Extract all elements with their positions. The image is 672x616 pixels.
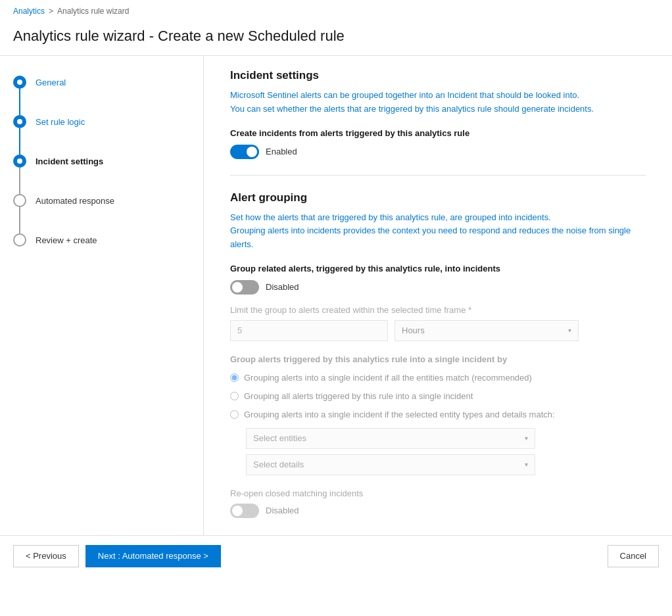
main-container: General Set rule logic — [0, 55, 672, 535]
create-incidents-toggle-row: Enabled — [230, 145, 646, 159]
next-button[interactable]: Next : Automated response > — [85, 545, 221, 567]
step-circle-inner-incident-settings — [17, 158, 22, 164]
grouping-options-section: Group alerts triggered by this analytics… — [230, 354, 646, 475]
incident-settings-title: Incident settings — [230, 69, 646, 82]
group-related-toggle-row: Disabled — [230, 280, 646, 295]
alert-grouping-title: Alert grouping — [230, 191, 646, 204]
step-line-general — [19, 89, 20, 115]
select-details-dropdown[interactable]: Select details ▾ — [246, 454, 535, 475]
time-frame-unit-select[interactable]: Hours ▾ — [395, 320, 579, 341]
step-label-incident-settings[interactable]: Incident settings — [36, 154, 103, 181]
select-details-placeholder: Select details — [253, 460, 304, 469]
breadcrumb: Analytics > Analytics rule wizard — [0, 0, 672, 22]
grouping-by-label: Group alerts triggered by this analytics… — [230, 354, 646, 364]
radio-option-all-entities[interactable]: Grouping alerts into a single incident i… — [230, 372, 646, 384]
create-incidents-label: Create incidents from alerts triggered b… — [230, 128, 646, 138]
radio-option-all-alerts[interactable]: Grouping all alerts triggered by this ru… — [230, 391, 646, 402]
radio-all-entities-label: Grouping alerts into a single incident i… — [244, 372, 532, 384]
incident-settings-desc-line1: Microsoft Sentinel alerts can be grouped… — [230, 90, 579, 100]
section-divider — [230, 175, 646, 176]
page-title: Analytics rule wizard - Create a new Sch… — [0, 22, 672, 55]
radio-option-selected-entities[interactable]: Grouping alerts into a single incident i… — [230, 409, 646, 421]
time-frame-unit-label: Hours — [402, 325, 425, 335]
group-related-label: Group related alerts, triggered by this … — [230, 264, 646, 273]
step-circle-inner-set-rule-logic — [17, 119, 22, 124]
step-circle-inner-general — [17, 80, 22, 85]
sidebar-item-review-create: Review + create — [13, 233, 190, 260]
radio-all-alerts[interactable] — [230, 392, 239, 400]
select-details-chevron: ▾ — [525, 461, 528, 468]
breadcrumb-analytics-link[interactable]: Analytics — [13, 7, 45, 16]
select-entities-placeholder: Select entities — [253, 433, 306, 443]
sidebar-item-automated-response: Automated response — [13, 194, 190, 233]
select-entities-dropdown[interactable]: Select entities ▾ — [246, 428, 535, 449]
time-frame-row: Hours ▾ — [230, 320, 646, 341]
step-line-incident-settings — [19, 168, 20, 194]
wizard-steps: General Set rule logic — [13, 76, 190, 260]
radio-selected-entities-label: Grouping alerts into a single incident i… — [244, 409, 555, 421]
step-line-automated-response — [19, 207, 20, 233]
cancel-button[interactable]: Cancel — [608, 545, 659, 567]
step-line-set-rule-logic — [19, 128, 20, 154]
step-connector-automated-response — [13, 194, 26, 233]
incident-settings-desc-line2: You can set whether the alerts that are … — [230, 104, 594, 114]
create-incidents-toggle[interactable] — [230, 145, 259, 159]
alert-grouping-desc-line1: Set how the alerts that are triggered by… — [230, 212, 551, 222]
reopen-section: Re-open closed matching incidents Disabl… — [230, 488, 646, 518]
alert-grouping-desc-line2: Grouping alerts into incidents provides … — [230, 225, 631, 249]
sidebar-item-general[interactable]: General — [13, 76, 190, 115]
radio-all-alerts-label: Grouping all alerts triggered by this ru… — [244, 391, 473, 402]
sidebar-item-set-rule-logic[interactable]: Set rule logic — [13, 115, 190, 154]
create-incidents-toggle-label: Enabled — [266, 147, 297, 156]
step-circle-general — [13, 76, 26, 89]
content-area: Incident settings Microsoft Sentinel ale… — [204, 56, 672, 535]
step-circle-set-rule-logic — [13, 115, 26, 128]
select-entities-chevron: ▾ — [525, 435, 528, 442]
group-related-toggle-label: Disabled — [266, 282, 299, 292]
reopen-label: Re-open closed matching incidents — [230, 488, 646, 498]
reopen-toggle-slider[interactable] — [230, 504, 259, 518]
step-connector-incident-settings — [13, 154, 26, 194]
step-circle-automated-response — [13, 194, 26, 207]
entity-selects: Select entities ▾ Select details ▾ — [246, 428, 646, 475]
group-related-toggle[interactable] — [230, 280, 259, 295]
step-label-review-create: Review + create — [36, 233, 97, 260]
incident-settings-description: Microsoft Sentinel alerts can be grouped… — [230, 89, 646, 116]
breadcrumb-current: Analytics rule wizard — [57, 7, 129, 16]
time-frame-section: Limit the group to alerts created within… — [230, 305, 646, 341]
group-related-toggle-slider[interactable] — [230, 280, 259, 295]
sidebar-item-incident-settings[interactable]: Incident settings — [13, 154, 190, 194]
incident-settings-section: Incident settings Microsoft Sentinel ale… — [230, 69, 646, 159]
sidebar: General Set rule logic — [0, 56, 204, 535]
step-connector-review-create — [13, 233, 26, 247]
grouping-disabled-section: Limit the group to alerts created within… — [230, 305, 646, 518]
time-frame-unit-chevron: ▾ — [568, 327, 571, 334]
previous-button[interactable]: < Previous — [13, 545, 79, 567]
radio-selected-entities[interactable] — [230, 410, 239, 419]
reopen-toggle-label: Disabled — [266, 506, 299, 515]
step-label-automated-response: Automated response — [36, 194, 114, 220]
reopen-toggle[interactable] — [230, 504, 259, 518]
alert-grouping-section: Alert grouping Set how the alerts that a… — [230, 191, 646, 518]
step-circle-review-create — [13, 233, 26, 247]
time-frame-label: Limit the group to alerts created within… — [230, 305, 646, 315]
time-frame-input[interactable] — [230, 320, 388, 341]
alert-grouping-description: Set how the alerts that are triggered by… — [230, 211, 646, 252]
step-circle-incident-settings — [13, 154, 26, 168]
breadcrumb-separator: > — [49, 7, 53, 16]
footer: < Previous Next : Automated response > C… — [0, 535, 672, 577]
step-connector-general — [13, 76, 26, 115]
step-connector-set-rule-logic — [13, 115, 26, 154]
step-label-general[interactable]: General — [36, 76, 66, 102]
radio-all-entities[interactable] — [230, 373, 239, 382]
reopen-toggle-row: Disabled — [230, 504, 646, 518]
step-label-set-rule-logic[interactable]: Set rule logic — [36, 115, 85, 141]
create-incidents-toggle-slider[interactable] — [230, 145, 259, 159]
